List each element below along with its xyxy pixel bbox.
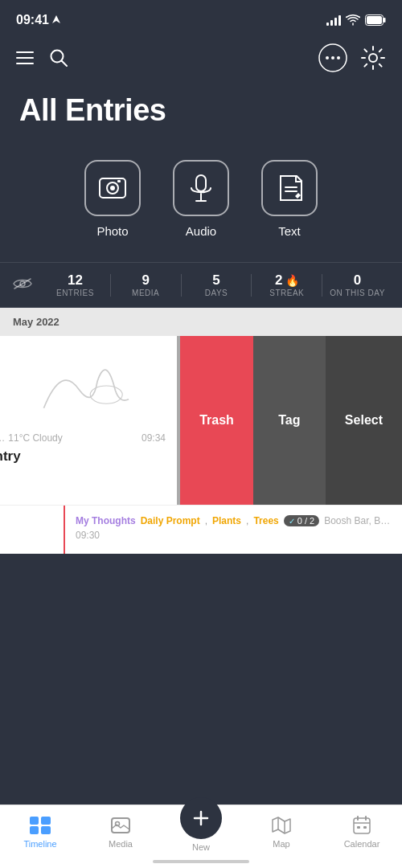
entry-1-title: This is a regular text entry [0, 448, 166, 465]
svg-rect-17 [196, 175, 206, 191]
calendar-nav-label: Calendar [344, 839, 380, 849]
timeline-separator: My Thoughts Daily Prompt , Plants , Tree… [0, 505, 402, 554]
quick-actions: Photo Audio Text [0, 144, 402, 262]
timeline-nav-icon [30, 817, 51, 834]
svg-rect-3 [16, 51, 34, 53]
days-value: 5 [212, 272, 219, 289]
eye-icon[interactable] [13, 277, 32, 293]
photo-label: Photo [96, 224, 128, 238]
menu-button[interactable] [16, 51, 34, 64]
stat-streak: 2 🔥 STREAK [255, 272, 318, 297]
svg-rect-4 [16, 57, 34, 59]
tag-trees: Trees [253, 515, 278, 526]
streak-value: 2 🔥 [275, 272, 298, 289]
svg-rect-2 [384, 18, 386, 23]
onthisday-value: 0 [354, 272, 361, 289]
swipe-select-button[interactable]: Select [326, 336, 402, 505]
flame-icon: 🔥 [285, 274, 299, 287]
svg-point-15 [110, 186, 115, 190]
svg-rect-39 [357, 826, 360, 829]
entry-1-meta: Journal 1 Pemberton Walk, Bury … 11°C Cl… [0, 432, 166, 444]
location-arrow-icon [52, 15, 60, 25]
stat-days: 5 DAYS [185, 272, 248, 297]
stat-onthisday: 0 ON THIS DAY [326, 272, 389, 297]
stats-bar: 12 ENTRIES 9 MEDIA 5 DAYS 2 🔥 STREAK 0 O… [0, 262, 402, 308]
calendar-icon [351, 815, 372, 836]
settings-button[interactable] [360, 45, 386, 71]
svg-rect-25 [30, 817, 39, 825]
entry-2-meta: My Thoughts Daily Prompt , Plants , Tree… [76, 515, 391, 541]
quick-action-audio[interactable]: Audio [173, 160, 229, 238]
stat-media: 9 MEDIA [114, 272, 178, 297]
bottom-nav: Timeline Media New Map [0, 805, 402, 868]
audio-icon-container [173, 160, 229, 216]
quick-action-text[interactable]: Text [261, 160, 318, 238]
map-nav-label: Map [273, 839, 289, 849]
entry-2-location: Boosh Bar, B… [324, 515, 390, 526]
entry-1[interactable]: MON 02 09:48 Journal [0, 336, 177, 505]
nav-timeline[interactable]: Timeline [0, 815, 80, 849]
sketch-drawing [0, 346, 166, 426]
tag-comma-1: , [205, 515, 207, 526]
tag-comma-2: , [246, 515, 248, 526]
checklist-check-icon: ✓ [289, 517, 295, 526]
search-icon [50, 49, 68, 67]
hamburger-icon [16, 51, 34, 64]
entry-row-1-container[interactable]: More Trash Tag Select MON 02 09:48 [0, 336, 402, 505]
entries-value: 12 [68, 272, 83, 289]
hide-icon [13, 277, 32, 290]
media-nav-icon [111, 816, 130, 835]
swipe-trash-button[interactable]: Trash [180, 336, 253, 505]
audio-icon [186, 173, 216, 203]
streak-label: STREAK [269, 289, 304, 297]
status-icons [326, 14, 386, 26]
svg-point-9 [326, 56, 329, 59]
entry-2[interactable]: My Thoughts Daily Prompt , Plants , Tree… [64, 506, 402, 554]
timeline-nav-label: Timeline [23, 839, 56, 849]
media-label: MEDIA [132, 289, 159, 297]
stat-divider-2 [181, 274, 182, 297]
photo-icon [97, 173, 128, 203]
svg-point-10 [331, 56, 334, 59]
svg-rect-16 [117, 180, 121, 182]
nav-calendar[interactable]: Calendar [322, 815, 402, 849]
page-title: All Entries [19, 93, 383, 128]
swipe-tag-button[interactable]: Tag [253, 336, 326, 505]
text-icon-container [261, 160, 318, 216]
battery-icon [365, 14, 386, 26]
more-options-button[interactable] [318, 43, 347, 72]
new-icon [180, 797, 222, 839]
svg-rect-35 [354, 818, 370, 833]
timeline-cursor [64, 506, 65, 554]
audio-label: Audio [186, 224, 216, 238]
quick-action-photo[interactable]: Photo [84, 160, 141, 238]
entry-1-meta-left: Journal 1 Pemberton Walk, Bury … 11°C Cl… [0, 432, 142, 444]
time-display: 09:41 [16, 13, 49, 27]
header [0, 35, 402, 80]
entry-1-entry-time: 09:34 [142, 432, 166, 444]
home-indicator [153, 860, 249, 863]
stat-divider-3 [251, 274, 252, 297]
search-button[interactable] [50, 49, 68, 67]
media-nav-label: Media [109, 839, 133, 849]
nav-map[interactable]: Map [241, 815, 322, 849]
svg-rect-27 [30, 826, 39, 834]
stat-divider-1 [110, 274, 111, 297]
entry-1-highlight: The day [0, 482, 166, 495]
tag-plants: Plants [212, 515, 241, 526]
text-label: Text [278, 224, 301, 238]
checklist-count: 0 / 2 [297, 516, 314, 526]
svg-rect-40 [363, 826, 367, 829]
nav-media[interactable]: Media [80, 815, 161, 849]
nav-new[interactable]: New [161, 812, 241, 852]
text-icon [274, 173, 305, 203]
stat-entries: 12 ENTRIES [43, 272, 107, 297]
new-nav-label: New [192, 842, 210, 852]
sketch-preview [0, 346, 166, 426]
svg-rect-5 [16, 63, 34, 64]
photo-icon-container [84, 160, 141, 216]
svg-point-11 [337, 56, 340, 59]
header-left [16, 49, 68, 67]
svg-rect-29 [112, 818, 129, 833]
wifi-icon [346, 14, 360, 26]
